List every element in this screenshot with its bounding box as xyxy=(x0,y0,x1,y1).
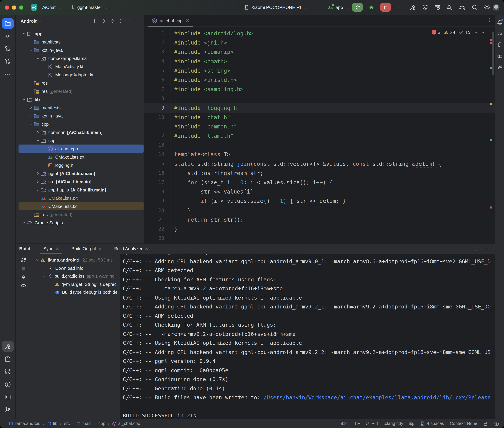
tree-chevron-open-icon[interactable] xyxy=(28,48,34,52)
tree-item-ai-chat-cpp[interactable]: Cai_chat.cpp xyxy=(16,145,144,153)
tree-item-manifests[interactable]: manifests xyxy=(16,38,144,46)
tree-chevron-closed-icon[interactable] xyxy=(28,40,34,44)
tree-item-gradle-scripts[interactable]: Gradle Scripts xyxy=(16,219,144,227)
tool-button-running-devices[interactable] xyxy=(497,42,503,49)
filter-eye-icon[interactable] xyxy=(20,283,26,288)
project-more-v-icon[interactable] xyxy=(128,18,132,23)
tree-chevron-closed-icon[interactable] xyxy=(35,130,41,134)
build-tree-item[interactable]: BuildType 'debug' is both de xyxy=(31,288,120,296)
tool-button-build[interactable] xyxy=(2,341,14,352)
close-window-button[interactable] xyxy=(5,5,9,9)
close-tab-icon[interactable]: ✕ xyxy=(56,246,59,251)
breadcrumb-item[interactable]: lib xyxy=(47,421,57,426)
build-variants-icon[interactable] xyxy=(434,4,441,11)
build-tab-build-analyzer[interactable]: Build Analyzer✕ xyxy=(113,244,150,254)
attach-debugger-icon[interactable] xyxy=(446,4,453,11)
editor-options-kebab-icon[interactable] xyxy=(487,18,492,22)
tree-item-res[interactable]: res xyxy=(16,79,144,87)
project-selector[interactable]: AC AiChat ⌄ xyxy=(31,4,61,11)
status-line-ending[interactable]: LF xyxy=(355,421,360,426)
tool-button-logcat[interactable] xyxy=(2,366,14,377)
tree-item-cpp[interactable]: cpp xyxy=(16,136,144,145)
tool-button-structure[interactable] xyxy=(2,43,14,54)
project-collapse-all-icon[interactable] xyxy=(119,18,124,24)
tree-item-kotlin-java[interactable]: kotlin+java xyxy=(16,112,144,120)
status-caret-position[interactable]: 9:21 xyxy=(341,421,349,426)
minimize-window-button[interactable] xyxy=(12,5,16,9)
error-count[interactable]: !3 xyxy=(432,30,441,35)
tool-button-version-control[interactable] xyxy=(2,404,14,415)
stripe-mark[interactable] xyxy=(490,42,492,44)
tool-button-notifications[interactable] xyxy=(497,20,503,27)
code-editor[interactable]: !3 24 15 1#include <android/log.h>2#incl… xyxy=(144,27,495,244)
tree-item-manifests[interactable]: manifests xyxy=(16,103,144,112)
stripe-mark[interactable] xyxy=(490,39,492,41)
status-notifications-status[interactable] xyxy=(494,421,499,426)
tree-chevron-open-icon[interactable] xyxy=(35,56,41,60)
tree-chevron-closed-icon[interactable] xyxy=(35,188,41,192)
tree-item-messageadapter-kt[interactable]: MessageAdapter.kt xyxy=(16,71,144,79)
tool-button-commit[interactable] xyxy=(2,31,14,41)
status-context[interactable]: Context: None xyxy=(450,421,477,426)
tool-button-pull-requests[interactable] xyxy=(2,56,14,67)
tree-item-com-example-llama[interactable]: com.example.llama xyxy=(16,54,144,62)
breadcrumb-item[interactable]: src xyxy=(64,421,70,426)
build-hammer-icon[interactable] xyxy=(409,4,416,11)
project-view-selector[interactable]: Android xyxy=(21,18,38,24)
tree-chevron-closed-icon[interactable] xyxy=(21,220,27,225)
editor-tab-ai-chat-cpp[interactable]: C ai_chat.cpp ✕ xyxy=(148,15,193,26)
build-tab-sync[interactable]: Sync✕ xyxy=(42,244,60,254)
tree-item-common[interactable]: common[AiChat.lib.main] xyxy=(16,128,144,136)
run-configuration-selector[interactable]: app ⌄ xyxy=(328,5,349,10)
tree-item-cpp-httplib[interactable]: cpp-httplib[AiChat.lib.main] xyxy=(16,186,144,194)
tool-button-ai-assistant[interactable] xyxy=(497,64,503,71)
tree-item-kotlin-java[interactable]: kotlin+java xyxy=(16,46,144,54)
tree-item-logging-h[interactable]: logging.h xyxy=(16,161,144,169)
breadcrumb-item[interactable]: llama.android xyxy=(9,421,41,426)
stop-button[interactable] xyxy=(380,3,391,12)
tool-button-layout-inspector[interactable] xyxy=(497,53,503,60)
stop-square-icon[interactable] xyxy=(21,266,26,271)
tree-chevron-open-icon[interactable] xyxy=(21,97,27,102)
vcs-branch-selector[interactable]: ggml-master ⌄ xyxy=(70,5,108,10)
project-expand-all-icon[interactable] xyxy=(110,18,115,24)
project-hide-icon[interactable] xyxy=(136,18,141,23)
tool-button-more[interactable] xyxy=(2,69,14,80)
tree-item-lib[interactable]: lib xyxy=(16,95,144,103)
status-encoding[interactable]: UTF-8 xyxy=(366,421,378,426)
stripe-mark[interactable] xyxy=(490,67,492,69)
tree-chevron-open-icon[interactable] xyxy=(28,122,34,126)
sync-code-icon[interactable]: A xyxy=(422,4,428,11)
build-tree-item[interactable]: 'jvmTarget: String' is deprec xyxy=(31,280,120,288)
gradle-sync-icon[interactable] xyxy=(459,4,466,10)
tree-chevron-open-icon[interactable] xyxy=(41,274,47,279)
status-clang-tidy[interactable]: .clang-tidy xyxy=(384,421,403,426)
tree-item-cmakelists-txt[interactable]: CMakeLists.txt xyxy=(16,194,144,202)
hide-tool-window-icon[interactable] xyxy=(484,246,489,251)
tree-chevron-open-icon[interactable] xyxy=(34,258,40,262)
breadcrumb-item[interactable]: cpp xyxy=(98,421,105,426)
editor-scrollbar[interactable] xyxy=(492,32,494,75)
zoom-window-button[interactable] xyxy=(19,5,23,9)
build-tab-build-output[interactable]: Build Output✕ xyxy=(70,244,103,254)
tree-chevron-closed-icon[interactable] xyxy=(28,81,34,85)
build-options-kebab-icon[interactable] xyxy=(475,246,479,251)
build-tree-item[interactable]: llama.android: fi22 sec, 583 ms xyxy=(31,256,120,264)
close-tab-icon[interactable]: ✕ xyxy=(98,246,102,251)
project-add-icon[interactable] xyxy=(92,18,97,24)
tree-chevron-closed-icon[interactable] xyxy=(35,179,41,184)
search-everywhere-icon[interactable] xyxy=(471,4,478,11)
tree-chevron-closed-icon[interactable] xyxy=(28,105,34,110)
close-tab-icon[interactable]: ✕ xyxy=(186,18,189,23)
tree-item-cpp[interactable]: cpp xyxy=(16,120,144,128)
stripe-mark[interactable] xyxy=(490,139,492,141)
tool-button-project-folder[interactable] xyxy=(2,18,14,29)
prev-problem-chevron-icon[interactable] xyxy=(473,30,478,34)
passed-count[interactable]: 15 xyxy=(458,29,470,35)
tree-item-app[interactable]: app xyxy=(16,29,144,38)
tree-chevron-open-icon[interactable] xyxy=(21,31,27,36)
settings-icon[interactable] xyxy=(484,4,490,11)
debug-button[interactable] xyxy=(366,3,377,12)
breadcrumb-item[interactable]: Cai_chat.cpp xyxy=(112,421,140,426)
tree-item-cmakelists-txt[interactable]: CMakeLists.txt xyxy=(16,202,144,210)
